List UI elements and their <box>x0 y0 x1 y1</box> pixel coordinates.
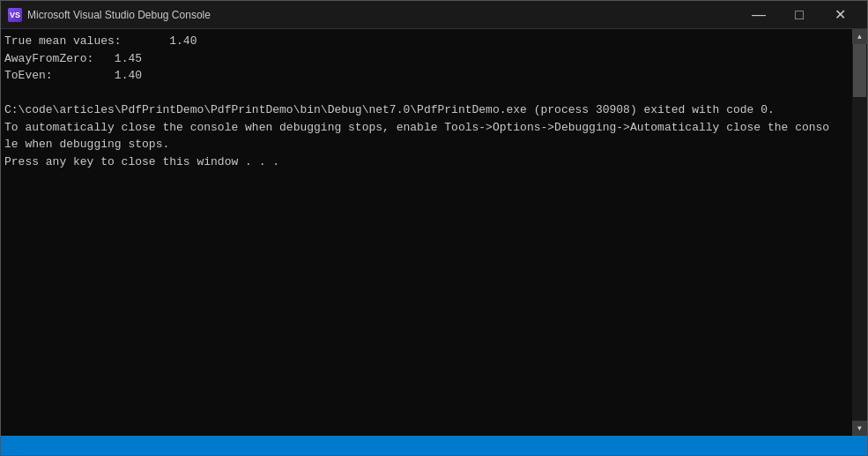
scrollbar-track[interactable] <box>852 44 867 421</box>
minimize-button[interactable]: — <box>738 1 779 29</box>
window-title: Microsoft Visual Studio Debug Console <box>27 9 733 21</box>
console-output: True mean values: 1.40 AwayFromZero: 1.4… <box>4 33 849 170</box>
scroll-down-button[interactable]: ▼ <box>852 421 867 436</box>
console-body: True mean values: 1.40 AwayFromZero: 1.4… <box>1 29 867 436</box>
close-button[interactable]: ✕ <box>820 1 860 29</box>
app-icon: VS <box>8 8 22 22</box>
scrollbar-thumb[interactable] <box>853 44 866 97</box>
status-bar <box>1 436 867 455</box>
application-window: VS Microsoft Visual Studio Debug Console… <box>0 0 868 456</box>
maximize-button[interactable]: □ <box>779 1 820 29</box>
scroll-up-button[interactable]: ▲ <box>852 29 867 44</box>
window-controls: — □ ✕ <box>738 1 860 29</box>
console-content: True mean values: 1.40 AwayFromZero: 1.4… <box>1 29 852 436</box>
title-bar: VS Microsoft Visual Studio Debug Console… <box>1 1 867 29</box>
scrollbar[interactable]: ▲ ▼ <box>852 29 867 436</box>
